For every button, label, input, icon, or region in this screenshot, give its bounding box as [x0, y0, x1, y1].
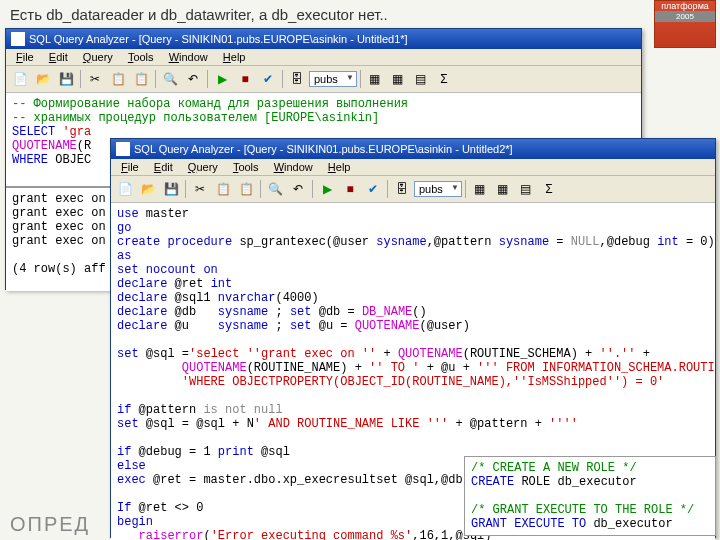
- grid-icon[interactable]: ▦: [469, 178, 491, 200]
- run-icon[interactable]: ▶: [316, 178, 338, 200]
- separator: [207, 70, 208, 88]
- database-select[interactable]: pubs: [414, 181, 462, 197]
- opt1-icon[interactable]: ▦: [492, 178, 514, 200]
- stop-icon[interactable]: ■: [234, 68, 256, 90]
- find-icon[interactable]: 🔍: [159, 68, 181, 90]
- new-icon[interactable]: 📄: [114, 178, 136, 200]
- separator: [80, 70, 81, 88]
- separator: [260, 180, 261, 198]
- toolbar-2: 📄 📂 💾 ✂ 📋 📋 🔍 ↶ ▶ ■ ✔ 🗄 pubs ▦ ▦ ▤ Σ: [111, 176, 715, 203]
- open-icon[interactable]: 📂: [32, 68, 54, 90]
- new-icon[interactable]: 📄: [9, 68, 31, 90]
- code-snippet: /* CREATE A NEW ROLE */ CREATE ROLE db_e…: [464, 456, 716, 536]
- copy-icon[interactable]: 📋: [212, 178, 234, 200]
- titlebar-2[interactable]: SQL Query Analyzer - [Query - SINIKIN01.…: [111, 139, 715, 159]
- open-icon[interactable]: 📂: [137, 178, 159, 200]
- menu-window[interactable]: Window: [163, 49, 214, 65]
- app-icon: [116, 142, 130, 156]
- cut-icon[interactable]: ✂: [84, 68, 106, 90]
- app-icon: [11, 32, 25, 46]
- footer-text: ОПРЕД: [10, 513, 90, 536]
- menu-edit[interactable]: Edit: [43, 49, 74, 65]
- toolbar-1: 📄 📂 💾 ✂ 📋 📋 🔍 ↶ ▶ ■ ✔ 🗄 pubs ▦ ▦ ▤ Σ: [6, 66, 641, 93]
- menu-query[interactable]: Query: [182, 159, 224, 175]
- opt2-icon[interactable]: ▤: [410, 68, 432, 90]
- menu-window[interactable]: Window: [268, 159, 319, 175]
- separator: [312, 180, 313, 198]
- window-title-2: SQL Query Analyzer - [Query - SINIKIN01.…: [134, 143, 513, 155]
- menu-tools[interactable]: Tools: [122, 49, 160, 65]
- copy-icon[interactable]: 📋: [107, 68, 129, 90]
- page-heading: Есть db_datareader и db_datawriter, а db…: [0, 0, 720, 23]
- undo-icon[interactable]: ↶: [182, 68, 204, 90]
- menu-help[interactable]: Help: [322, 159, 357, 175]
- platforma-year: 2005: [655, 11, 715, 22]
- menu-query[interactable]: Query: [77, 49, 119, 65]
- platforma-badge: платформа 2005: [654, 0, 716, 48]
- menubar-1: FFileile Edit Query Tools Window Help: [6, 49, 641, 66]
- sum-icon[interactable]: Σ: [538, 178, 560, 200]
- check-icon[interactable]: ✔: [362, 178, 384, 200]
- titlebar-1[interactable]: SQL Query Analyzer - [Query - SINIKIN01.…: [6, 29, 641, 49]
- window-title-1: SQL Query Analyzer - [Query - SINIKIN01.…: [29, 33, 408, 45]
- platforma-label: платформа: [655, 1, 715, 11]
- menu-tools[interactable]: Tools: [227, 159, 265, 175]
- find-icon[interactable]: 🔍: [264, 178, 286, 200]
- undo-icon[interactable]: ↶: [287, 178, 309, 200]
- menu-help[interactable]: Help: [217, 49, 252, 65]
- separator: [282, 70, 283, 88]
- save-icon[interactable]: 💾: [55, 68, 77, 90]
- check-icon[interactable]: ✔: [257, 68, 279, 90]
- save-icon[interactable]: 💾: [160, 178, 182, 200]
- run-icon[interactable]: ▶: [211, 68, 233, 90]
- separator: [185, 180, 186, 198]
- database-select[interactable]: pubs: [309, 71, 357, 87]
- paste-icon[interactable]: 📋: [235, 178, 257, 200]
- stop-icon[interactable]: ■: [339, 178, 361, 200]
- menu-edit[interactable]: Edit: [148, 159, 179, 175]
- separator: [387, 180, 388, 198]
- separator: [155, 70, 156, 88]
- separator: [360, 70, 361, 88]
- sum-icon[interactable]: Σ: [433, 68, 455, 90]
- db-icon[interactable]: 🗄: [286, 68, 308, 90]
- db-icon[interactable]: 🗄: [391, 178, 413, 200]
- menubar-2: File Edit Query Tools Window Help: [111, 159, 715, 176]
- menu-file[interactable]: File: [115, 159, 145, 175]
- opt1-icon[interactable]: ▦: [387, 68, 409, 90]
- grid-icon[interactable]: ▦: [364, 68, 386, 90]
- cut-icon[interactable]: ✂: [189, 178, 211, 200]
- separator: [465, 180, 466, 198]
- menu-file[interactable]: FFileile: [10, 49, 40, 65]
- paste-icon[interactable]: 📋: [130, 68, 152, 90]
- opt2-icon[interactable]: ▤: [515, 178, 537, 200]
